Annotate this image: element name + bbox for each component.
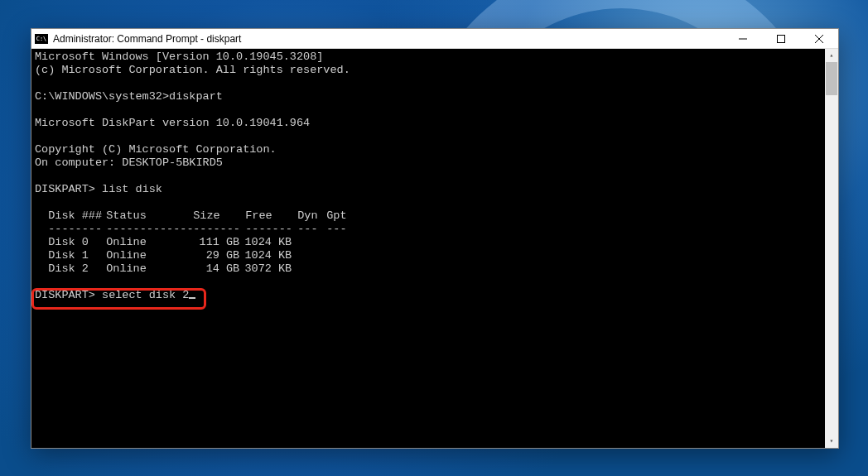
hdr-disk: Disk ### [48,209,106,223]
cmd-diskpart: diskpart [169,90,223,103]
window-title: Administrator: Command Prompt - diskpart [53,33,724,45]
disk0-name: Disk 0 [48,236,106,249]
minimize-icon [739,35,747,43]
line-computer: On computer: DESKTOP-5BKIRD5 [35,156,223,169]
command-prompt-window: Administrator: Command Prompt - diskpart… [31,28,839,449]
cmd-icon [35,34,48,44]
scrollbar-thumb[interactable] [826,62,837,95]
prompt-path: C:\WINDOWS\system32> [35,90,169,103]
sep-status: ------------- [106,223,193,236]
sep-free: ------- [245,223,297,236]
disk2-free: 3072 KB [239,262,292,276]
disk2-name: Disk 2 [48,262,106,276]
svg-rect-1 [778,35,785,42]
cmd-list-disk: list disk [102,183,162,195]
hdr-dyn: Dyn [297,209,326,223]
disk2-size: 14 GB [193,262,239,276]
cursor-icon [189,297,195,299]
maximize-icon [777,35,785,43]
disk1-name: Disk 1 [48,249,106,262]
close-button[interactable] [800,29,838,48]
sep-dyn: --- [297,223,326,236]
sep-size: ------- [193,223,245,236]
sep-gpt: --- [326,223,350,236]
close-icon [815,35,823,43]
disk1-free: 1024 KB [239,249,292,262]
line-winver: Microsoft Windows [Version 10.0.19045.32… [35,50,323,63]
scroll-up-button[interactable]: ▴ [825,49,838,62]
console-area[interactable]: Microsoft Windows [Version 10.0.19045.32… [31,49,838,448]
hdr-status: Status [106,209,193,223]
line-copyright: (c) Microsoft Corporation. All rights re… [35,64,350,76]
disk0-size: 111 GB [193,236,239,249]
cmd-select-disk: select disk 2 [102,289,189,301]
window-controls [724,29,838,48]
disk0-free: 1024 KB [239,236,292,249]
hdr-gpt: Gpt [326,209,350,223]
maximize-button[interactable] [762,29,800,48]
line-dp-version: Microsoft DiskPart version 10.0.19041.96… [35,117,310,129]
console-output: Microsoft Windows [Version 10.0.19045.32… [35,50,835,302]
diskpart-prompt: DISKPART> [35,183,95,195]
disk0-status: Online [106,236,193,249]
line-dp-copyright: Copyright (C) Microsoft Corporation. [35,143,277,156]
hdr-free: Free [245,209,297,223]
diskpart-prompt-2: DISKPART> [35,289,95,301]
minimize-button[interactable] [724,29,762,48]
disk1-status: Online [106,249,193,262]
sep-disk: -------- [48,223,106,236]
vertical-scrollbar[interactable]: ▴ ▾ [825,49,838,448]
scroll-down-button[interactable]: ▾ [825,435,838,448]
titlebar[interactable]: Administrator: Command Prompt - diskpart [31,29,838,49]
hdr-size: Size [193,209,245,223]
disk1-size: 29 GB [193,249,239,262]
disk2-status: Online [106,262,193,276]
